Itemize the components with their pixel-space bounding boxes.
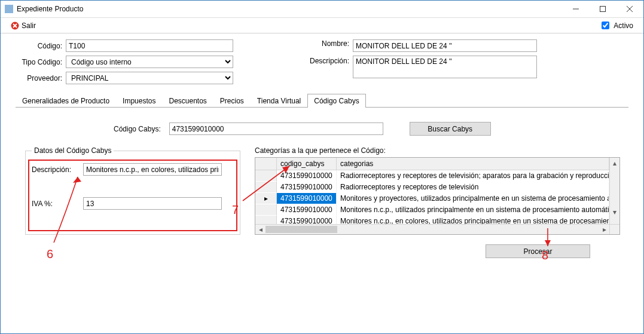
cabys-iva-label: IVA %: [32,200,83,208]
toolbar: Salir Activo [0,18,644,33]
nombre-input[interactable] [353,39,537,52]
procesar-button[interactable]: Procesar [486,244,590,258]
row-indicator-icon: ▸ [255,193,277,204]
cabys-code-input[interactable] [169,122,383,135]
codigo-label: Código: [16,42,62,50]
window-title: Expediente Producto [17,5,562,13]
minimize-button[interactable] [562,1,589,17]
hscroll-thumb[interactable] [265,226,337,233]
app-icon [5,5,13,13]
cats-label: Categorías a la que pertenece el Código: [255,146,620,155]
proveedor-label: Proveedor: [16,74,62,82]
activo-checkbox-input[interactable] [602,22,609,29]
proveedor-select[interactable]: PRINCIPAL [66,72,233,84]
grid-header-cat[interactable]: categorias [337,158,609,170]
activo-checkbox[interactable]: Activo [599,20,633,31]
cabys-descripcion-input[interactable] [83,163,222,176]
grid-hscroll[interactable]: ◂ ▸ [255,224,619,234]
tab-codigo-cabys[interactable]: Código Cabys [307,94,365,108]
tipocodigo-label: Tipo Código: [16,58,62,66]
activo-label: Activo [614,22,633,30]
tipocodigo-select[interactable]: Código uso interno [66,56,233,68]
close-window-button[interactable] [616,1,643,17]
scroll-right-icon[interactable]: ▸ [599,225,609,234]
datos-cabys-fieldset: Datos del Código Cabys Descripción: IVA … [25,146,240,235]
svg-rect-0 [600,6,605,11]
tab-tienda-virtual[interactable]: Tienda Virtual [251,94,307,108]
title-bar: Expediente Producto [0,0,644,18]
tab-impuestos[interactable]: Impuestos [116,94,162,108]
cabys-descripcion-label: Descripción: [32,166,83,174]
scroll-up-icon[interactable]: ▴ [610,158,619,168]
maximize-button[interactable] [589,1,616,17]
scroll-left-icon[interactable]: ◂ [255,225,265,234]
nombre-label: Nombre: [305,39,349,48]
salir-label: Salir [22,22,36,30]
tab-strip: Generalidades de Producto Impuestos Desc… [16,94,628,108]
descripcion-textarea[interactable]: MONITOR DELL LED DE 24 '' [353,56,537,78]
tab-precios[interactable]: Precios [213,94,251,108]
cabys-code-label: Código Cabys: [114,125,161,133]
buscar-cabys-button[interactable]: Buscar Cabys [410,122,491,136]
tab-generalidades[interactable]: Generalidades de Producto [16,94,116,108]
grid-vscroll[interactable]: ▴ ▾ [609,158,619,227]
salir-button[interactable]: Salir [11,22,36,30]
scroll-down-icon[interactable]: ▾ [610,207,619,217]
close-icon [11,22,19,30]
datos-cabys-legend: Datos del Código Cabys [32,146,114,155]
grid-header-code[interactable]: codigo_cabys [277,158,337,170]
tab-descuentos[interactable]: Descuentos [162,94,213,108]
grid-corner-header [255,158,277,170]
descripcion-label: Descripción: [305,57,349,65]
cats-grid[interactable]: codigo_cabys categorias ▴ ▾ 473159901000… [255,157,620,235]
codigo-input[interactable] [66,39,233,52]
cabys-iva-input[interactable] [83,197,222,210]
